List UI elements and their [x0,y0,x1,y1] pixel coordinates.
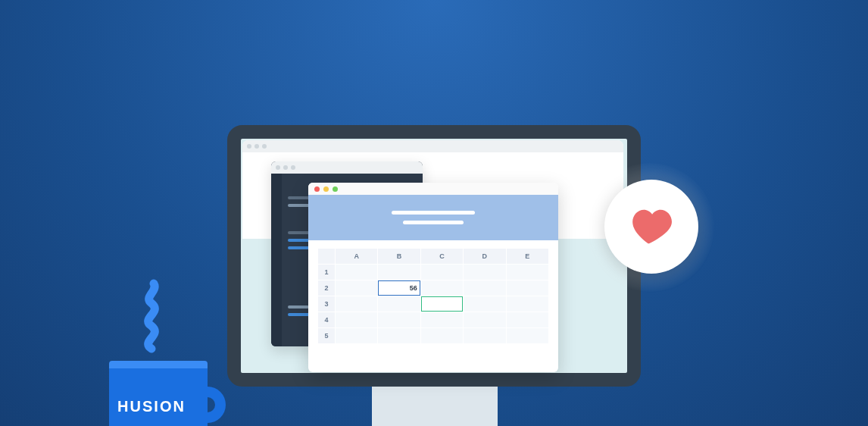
window-dot-icon [276,165,280,170]
cell[interactable] [464,265,505,280]
col-header[interactable]: B [378,249,420,264]
cell[interactable] [464,312,505,327]
cell[interactable] [378,328,420,343]
grid-corner [318,249,335,264]
cell[interactable] [421,312,463,327]
minimize-icon[interactable] [323,186,329,192]
spreadsheet-header [308,195,558,240]
cell[interactable] [421,280,463,296]
col-header[interactable]: D [464,249,505,264]
cell[interactable] [378,265,420,280]
row-header[interactable]: 2 [318,280,335,296]
close-icon[interactable] [314,186,320,192]
coffee-mug: HUSION [109,364,208,426]
cell[interactable] [378,312,420,327]
col-header[interactable]: C [421,249,463,264]
cell[interactable] [336,328,377,343]
col-header[interactable]: E [507,249,548,264]
header-line [392,211,475,215]
cell[interactable] [507,296,548,312]
spreadsheet-titlebar [308,183,558,195]
heart-badge [604,180,698,274]
cell[interactable] [507,312,548,327]
cell[interactable] [507,328,548,343]
col-header[interactable]: A [336,249,377,264]
row-header[interactable]: 5 [318,328,335,343]
window-dot-icon [283,165,288,170]
editor-titlebar [271,161,423,174]
code-line [288,196,311,199]
mug-label: HUSION [117,398,186,415]
header-line [403,221,464,224]
monitor-stand [372,387,498,426]
mug-rim [109,361,208,368]
window-dot-icon [262,144,267,149]
code-line [288,246,311,249]
cell[interactable] [336,280,377,296]
highlighted-cell[interactable] [421,296,463,312]
cell[interactable] [464,328,505,343]
row-header[interactable]: 3 [318,296,335,312]
row-header[interactable]: 4 [318,312,335,327]
cell[interactable] [464,296,505,312]
code-line [288,305,309,309]
cell[interactable] [336,312,377,327]
cell[interactable] [421,328,463,343]
steam-icon [133,279,186,358]
selected-cell[interactable]: 56 [378,280,420,296]
row-header[interactable]: 1 [318,265,335,280]
window-dot-icon [291,165,295,170]
mug-handle [195,387,226,423]
editor-gutter [271,174,282,346]
spreadsheet-window: A B C D E 1 2 56 [308,183,558,372]
cell[interactable] [507,280,548,296]
maximize-icon[interactable] [333,186,338,192]
window-dot-icon [247,144,251,149]
heart-icon [629,206,674,247]
cell[interactable] [378,296,420,312]
spreadsheet-grid[interactable]: A B C D E 1 2 56 [308,240,558,352]
cell[interactable] [507,265,548,280]
cell[interactable] [336,265,377,280]
cell[interactable] [421,265,463,280]
cell[interactable] [336,296,377,312]
cell[interactable] [464,280,505,296]
monitor: A B C D E 1 2 56 [227,125,641,387]
browser-titlebar [242,140,623,152]
window-dot-icon [254,144,259,149]
